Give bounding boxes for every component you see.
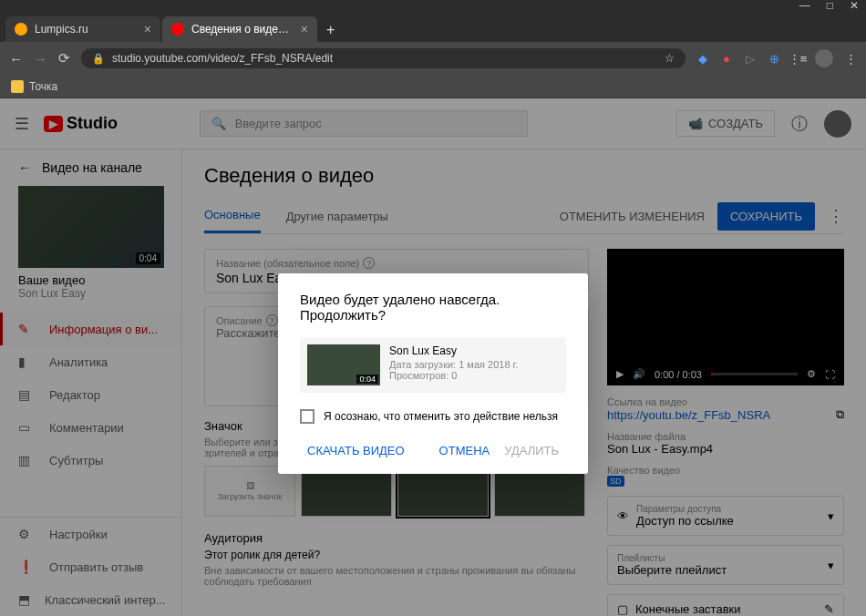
star-icon[interactable]: ☆: [665, 52, 675, 65]
tab-close-icon[interactable]: ×: [301, 22, 308, 36]
confirm-checkbox[interactable]: [300, 409, 314, 424]
maximize-icon[interactable]: □: [827, 0, 833, 12]
cancel-button[interactable]: ОТМЕНА: [432, 435, 498, 467]
confirm-text: Я осознаю, что отменить это действие нел…: [324, 410, 558, 423]
favicon-icon: [171, 23, 184, 36]
browser-tab-active[interactable]: Сведения о видео - YouTube St ×: [162, 16, 317, 42]
back-button[interactable]: ←: [9, 51, 23, 67]
tab-close-icon[interactable]: ×: [144, 22, 151, 36]
url-text: studio.youtube.com/video/z_FFsb_NSRA/edi…: [112, 52, 333, 65]
lock-icon: 🔒: [92, 53, 105, 65]
profile-avatar[interactable]: [815, 49, 833, 67]
favicon-icon: [15, 23, 27, 36]
folder-icon: [11, 80, 24, 93]
extension-icon[interactable]: ●: [720, 52, 733, 65]
dialog-thumbnail: 0:04: [307, 344, 380, 385]
forward-button[interactable]: →: [34, 51, 47, 67]
browser-tab[interactable]: Lumpics.ru ×: [5, 16, 160, 42]
browser-chrome: ― □ ✕ Lumpics.ru × Сведения о видео - Yo…: [0, 0, 866, 98]
dialog-video-info: 0:04 Son Lux Easy Дата загрузки: 1 мая 2…: [300, 337, 566, 393]
dialog-upload-date: Дата загрузки: 1 мая 2018 г.: [389, 359, 518, 370]
minimize-icon[interactable]: ―: [799, 0, 810, 12]
extension-icon[interactable]: ▷: [744, 52, 757, 65]
tab-title: Сведения о видео - YouTube St: [191, 23, 294, 36]
extension-icon[interactable]: ◆: [696, 52, 709, 65]
dialog-video-title: Son Lux Easy: [389, 344, 518, 357]
extension-icon[interactable]: ⊕: [768, 52, 780, 65]
close-icon[interactable]: ✕: [850, 0, 859, 12]
reload-button[interactable]: ⟳: [58, 50, 70, 67]
menu-icon[interactable]: ⋮: [844, 52, 857, 65]
download-video-button[interactable]: СКАЧАТЬ ВИДЕО: [300, 435, 412, 467]
address-bar[interactable]: 🔒 studio.youtube.com/video/z_FFsb_NSRA/e…: [81, 48, 686, 68]
duration-badge: 0:04: [356, 375, 378, 384]
dialog-views: Просмотров: 0: [389, 370, 518, 381]
dialog-title: Видео будет удалено навсегда. Продолжить…: [300, 292, 566, 323]
new-tab-button[interactable]: +: [319, 18, 342, 42]
extension-icon[interactable]: ⋮≡: [791, 52, 804, 65]
delete-confirmation-dialog: Видео будет удалено навсегда. Продолжить…: [278, 273, 588, 474]
tab-title: Lumpics.ru: [35, 23, 137, 36]
delete-button[interactable]: УДАЛИТЬ: [497, 435, 566, 467]
bookmark-item[interactable]: Точка: [29, 80, 57, 93]
